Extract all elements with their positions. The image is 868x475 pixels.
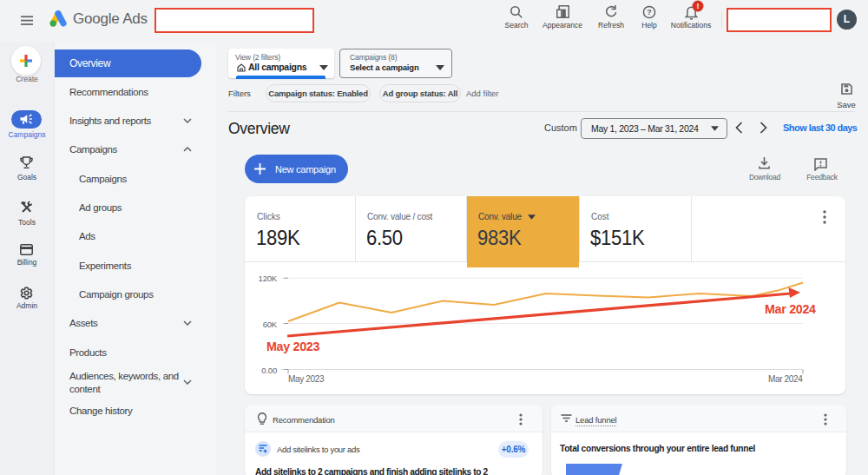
svg-text:?: ?	[647, 8, 652, 16]
svg-text:!: !	[697, 2, 700, 10]
